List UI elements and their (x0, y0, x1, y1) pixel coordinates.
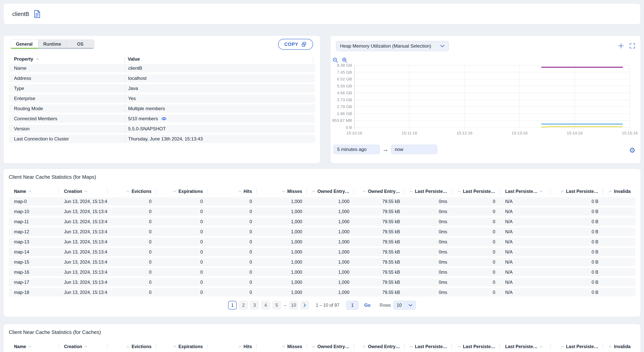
gear-icon[interactable]: ⚙ (629, 147, 636, 154)
value-cell: 5/10 members (125, 115, 315, 123)
column-header-owned-entry-count[interactable]: Owned Entry… (307, 342, 354, 351)
cell-hits: 0 (208, 197, 257, 206)
property-cell: Address (9, 74, 125, 82)
y-axis-tick-label: 6.52 GB (337, 77, 352, 81)
page-button-4[interactable]: 4 (261, 301, 270, 310)
page-number-input[interactable] (346, 301, 358, 310)
column-header-expirations[interactable]: Expirations (156, 187, 208, 196)
y-axis-tick-label: 5.59 GB (337, 84, 352, 88)
cell-last-persistence-bytes: 0 B (550, 258, 603, 266)
cell-owned-entry-count: 1,000 (307, 278, 354, 286)
eye-icon[interactable] (161, 116, 167, 121)
cell-expirations: 0 (156, 278, 208, 286)
table-row: Version 5.5.0-SNAPSHOT (9, 125, 315, 133)
tab-general[interactable]: General (10, 40, 38, 49)
column-header-evictions[interactable]: Evictions (108, 187, 156, 196)
table-row: map-12 Jun 13, 2024, 15:13:45 0 0 0 1,00… (9, 228, 635, 236)
page-range-text: 1 – 10 of 97 (316, 303, 340, 308)
column-header-last-persistence-count[interactable]: Last Persiste… (452, 187, 500, 196)
property-cell: Last Connection to Cluster (9, 135, 125, 143)
cell-creation: Jun 13, 2024, 15:13:45 (59, 238, 108, 246)
zoom-out-icon[interactable] (332, 57, 339, 64)
property-table-header: Property Value (9, 55, 315, 63)
document-icon[interactable] (34, 10, 41, 18)
property-cell: Type (9, 84, 125, 92)
column-header-invalidations[interactable]: Invalida (603, 342, 635, 351)
column-header-owned-entry-memory[interactable]: Owned Entry… (354, 342, 405, 351)
column-header-last-persistence-time[interactable]: Last Persiste… (405, 187, 452, 196)
cell-creation: Jun 13, 2024, 15:13:43 (59, 197, 108, 206)
cell-last-persistence-key: N/A (500, 238, 550, 246)
column-header-hits[interactable]: Hits (208, 342, 257, 351)
column-header-value[interactable]: Value (125, 56, 315, 62)
sort-caret-icon (28, 346, 32, 348)
page-button-last[interactable]: 10 (289, 301, 298, 310)
column-header-hits[interactable]: Hits (208, 187, 257, 196)
fullscreen-icon[interactable] (629, 43, 636, 49)
maps-table-body: map-0 Jun 13, 2024, 15:13:43 0 0 0 1,000… (9, 197, 635, 298)
x-axis-tick-label: 15:15:16 (622, 131, 638, 135)
cell-last-persistence-count: 0 (452, 197, 500, 206)
column-header-owned-entry-count[interactable]: Owned Entry… (307, 187, 354, 196)
page-button-5[interactable]: 5 (272, 301, 281, 310)
column-header-misses[interactable]: Misses (257, 342, 307, 351)
cell-last-persistence-count: 0 (452, 218, 500, 226)
column-header-creation[interactable]: Creation (59, 342, 108, 351)
column-header-last-persistence-key[interactable]: Last Persiste… (500, 342, 550, 351)
tab-runtime[interactable]: Runtime (38, 40, 66, 49)
column-header-last-persistence-bytes[interactable]: Last Persiste… (550, 342, 603, 351)
cell-last-persistence-count: 0 (452, 238, 500, 246)
tab-os[interactable]: OS (66, 40, 94, 49)
column-header-creation[interactable]: Creation (59, 187, 108, 196)
zoom-in-icon[interactable] (342, 57, 348, 64)
table-row: Type Java (9, 84, 315, 92)
cell-last-persistence-key: N/A (500, 278, 550, 286)
cell-last-persistence-key: N/A (500, 268, 550, 276)
cell-misses: 1,000 (257, 207, 307, 216)
cell-invalidations (603, 268, 635, 276)
cell-last-persistence-time: 0ms (405, 218, 452, 226)
sort-caret-icon (362, 346, 366, 348)
section-title-caches: Client Near Cache Statistics (for Caches… (9, 329, 101, 335)
cell-last-persistence-key: N/A (500, 207, 550, 216)
section-title-maps: Client Near Cache Statistics (for Maps) (9, 174, 96, 180)
cell-owned-entry-count: 1,000 (307, 218, 354, 226)
next-page-button[interactable] (300, 301, 309, 310)
cell-owned-entry-count: 1,000 (307, 258, 354, 266)
column-header-name[interactable]: Name (9, 342, 59, 351)
cell-last-persistence-key: N/A (500, 248, 550, 256)
time-to-input[interactable]: now (391, 145, 437, 154)
column-header-last-persistence-key[interactable]: Last Persiste… (500, 187, 550, 196)
page-button-3[interactable]: 3 (250, 301, 259, 310)
column-header-property[interactable]: Property (9, 56, 125, 62)
column-header-owned-entry-memory[interactable]: Owned Entry… (354, 187, 405, 196)
cell-last-persistence-bytes: 0 B (550, 238, 603, 246)
page-title: clientB (12, 11, 29, 17)
plus-icon[interactable] (618, 43, 624, 49)
column-header-last-persistence-time[interactable]: Last Persiste… (405, 342, 452, 351)
metric-select[interactable]: Heap Memory Utilization (Manual Selectio… (336, 41, 449, 51)
go-button[interactable]: Go (364, 303, 370, 308)
cell-invalidations (603, 288, 635, 297)
table-row: map-13 Jun 13, 2024, 15:13:45 0 0 0 1,00… (9, 238, 635, 246)
cell-misses: 1,000 (257, 258, 307, 266)
column-header-last-persistence-count[interactable]: Last Persiste… (452, 342, 500, 351)
column-header-expirations[interactable]: Expirations (156, 342, 208, 351)
time-from-input[interactable]: 5 minutes ago (334, 145, 380, 154)
copy-button[interactable]: COPY (278, 39, 313, 50)
column-header-evictions[interactable]: Evictions (108, 342, 156, 351)
column-header-misses[interactable]: Misses (257, 187, 307, 196)
cell-last-persistence-time: 0ms (405, 278, 452, 286)
column-header-name[interactable]: Name (9, 187, 59, 196)
column-header-invalidations[interactable]: Invalida (603, 187, 635, 196)
page-button-1[interactable]: 1 (228, 301, 237, 310)
rows-per-page-select[interactable]: 10 (393, 301, 416, 310)
y-axis-tick-label: 0 B (346, 125, 352, 130)
page-button-2[interactable]: 2 (239, 301, 248, 310)
cell-last-persistence-time: 0ms (405, 258, 452, 266)
value-cell: 5.5.0-SNAPSHOT (125, 125, 315, 133)
cell-creation: Jun 13, 2024, 15:13:45 (59, 268, 108, 276)
cell-creation: Jun 13, 2024, 15:13:44 (59, 218, 108, 226)
cell-misses: 1,000 (257, 288, 307, 297)
column-header-last-persistence-bytes[interactable]: Last Persiste… (550, 187, 603, 196)
